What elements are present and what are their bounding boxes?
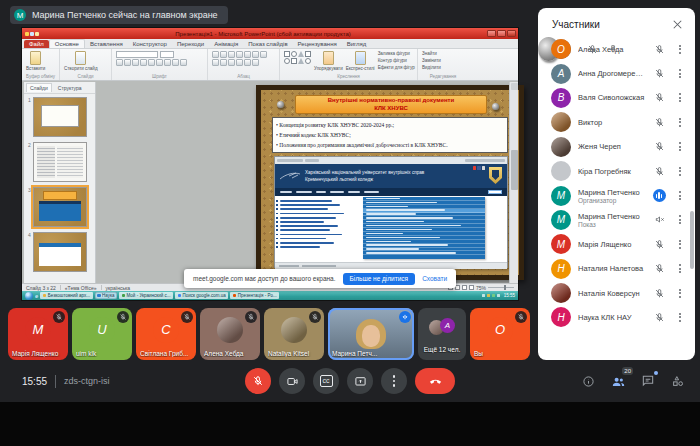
- ribbon-button[interactable]: [212, 59, 219, 66]
- video-tile[interactable]: Марина Петч...: [328, 308, 414, 360]
- participant-row[interactable]: М Марина Петченко Показ: [538, 208, 695, 232]
- system-tray[interactable]: 15:55: [482, 293, 515, 298]
- taskbar-button[interactable]: Поиск google.com.ua: [175, 292, 228, 299]
- find-button[interactable]: Знайти: [422, 51, 441, 58]
- participant-row[interactable]: М Марія Лященко: [538, 232, 695, 256]
- start-button[interactable]: [25, 292, 33, 300]
- more-options-button[interactable]: [381, 368, 407, 394]
- ribbon-button[interactable]: [260, 51, 267, 58]
- font-size-box[interactable]: [160, 51, 174, 58]
- ribbon-button[interactable]: [164, 59, 171, 66]
- video-tile[interactable]: А Ещё 12 чел.: [418, 308, 466, 360]
- panel-scrollbar[interactable]: [690, 211, 694, 269]
- video-tile[interactable]: О Вы: [470, 308, 530, 360]
- slide-canvas[interactable]: Внутрішні нормативно-правові документи К…: [256, 85, 524, 280]
- close-panel-button[interactable]: [671, 18, 683, 30]
- mic-toggle-button[interactable]: [245, 368, 271, 394]
- participant-row[interactable]: О Ольга Безручко (вы): [538, 37, 559, 61]
- slide-thumbnail[interactable]: 1: [24, 94, 95, 139]
- language-indicator[interactable]: українська: [106, 285, 131, 291]
- arrange-button[interactable]: Упорядкувати: [314, 66, 343, 71]
- ribbon-button[interactable]: [220, 51, 227, 58]
- site-link[interactable]: [280, 221, 324, 223]
- ribbon-button[interactable]: [132, 59, 139, 66]
- participant-row[interactable]: В Валя Сиволожская: [538, 86, 695, 110]
- font-buttons[interactable]: [116, 59, 187, 66]
- site-link[interactable]: [280, 246, 320, 248]
- ribbon-button[interactable]: [244, 51, 251, 58]
- more-options-icon[interactable]: [673, 310, 687, 324]
- more-options-icon[interactable]: [673, 213, 687, 227]
- ribbon-button[interactable]: [124, 59, 131, 66]
- slide-thumbnail[interactable]: 4: [24, 229, 95, 274]
- ribbon-button[interactable]: [172, 59, 179, 66]
- site-link[interactable]: [280, 238, 326, 240]
- ribbon-button[interactable]: [156, 59, 163, 66]
- ribbon-button[interactable]: [236, 51, 243, 58]
- video-tile[interactable]: Алена Хебда: [200, 308, 260, 360]
- ribbon-button[interactable]: [228, 59, 235, 66]
- ribbon-tab[interactable]: Рецензування: [293, 40, 342, 48]
- present-button[interactable]: [347, 368, 373, 394]
- more-options-icon[interactable]: [673, 189, 687, 203]
- vertical-scrollbar[interactable]: [509, 82, 518, 283]
- participant-row[interactable]: Н Наталия Налетова: [538, 257, 695, 281]
- captions-button[interactable]: cc: [313, 368, 339, 394]
- more-options-icon[interactable]: [673, 164, 687, 178]
- shapes-gallery[interactable]: [284, 51, 311, 64]
- taskbar-button[interactable]: Мой - Украинский с...: [119, 292, 173, 299]
- participant-row[interactable]: М Марина Петченко Организатор: [538, 183, 695, 207]
- ribbon-button[interactable]: [180, 59, 187, 66]
- paste-button[interactable]: Вставити: [26, 66, 45, 71]
- hide-share-bar-link[interactable]: Сховати: [422, 275, 447, 282]
- ribbon-button[interactable]: [236, 59, 243, 66]
- more-options-icon[interactable]: [673, 115, 687, 129]
- tab-slides[interactable]: Слайди: [26, 83, 52, 92]
- new-slide-button[interactable]: Створити слайд: [64, 66, 98, 71]
- more-options-icon[interactable]: [673, 140, 687, 154]
- more-options-icon[interactable]: [673, 67, 687, 81]
- taskbar-button[interactable]: Безкоштовний арх...: [40, 292, 92, 299]
- video-tile[interactable]: Nataliya Kitsel: [264, 308, 324, 360]
- participant-row[interactable]: Кіра Погребняк: [538, 159, 695, 183]
- chat-button[interactable]: [640, 373, 656, 389]
- site-link[interactable]: [280, 200, 332, 202]
- site-link[interactable]: [280, 204, 340, 206]
- ribbon-button[interactable]: [252, 59, 259, 66]
- video-tile[interactable]: С Світлана Гриб...: [136, 308, 196, 360]
- ribbon-tab[interactable]: Переходи: [172, 40, 209, 48]
- ribbon-tab[interactable]: Показ слайдів: [243, 40, 292, 48]
- activities-button[interactable]: [670, 373, 686, 389]
- list-buttons[interactable]: [212, 51, 267, 58]
- replace-button[interactable]: Замінити: [422, 58, 441, 65]
- participant-row[interactable]: Женя Череп: [538, 135, 695, 159]
- site-links[interactable]: [280, 200, 344, 248]
- dropdown-menu[interactable]: [363, 197, 485, 259]
- slide-thumbnail[interactable]: 3: [24, 184, 95, 229]
- shape-fill-button[interactable]: Заливка фігури: [378, 51, 415, 58]
- ribbon-button[interactable]: [252, 51, 259, 58]
- ribbon-button[interactable]: [228, 51, 235, 58]
- pin-icon[interactable]: [606, 42, 620, 56]
- participant-row[interactable]: А Анна Дрогомерецька: [538, 61, 695, 85]
- align-buttons[interactable]: [212, 59, 267, 66]
- ribbon-button[interactable]: [212, 51, 219, 58]
- more-options-icon[interactable]: [673, 262, 687, 276]
- ribbon-button[interactable]: [148, 59, 155, 66]
- ribbon-button[interactable]: [140, 59, 147, 66]
- leave-call-button[interactable]: [415, 368, 455, 394]
- dropdown-item[interactable]: [363, 251, 485, 255]
- taskbar-button[interactable]: Презентація - Po...: [230, 292, 279, 299]
- more-options-icon[interactable]: [673, 286, 687, 300]
- zoom-slider[interactable]: [488, 287, 514, 289]
- ribbon-button[interactable]: [116, 59, 123, 66]
- ribbon-tab[interactable]: Вигляд: [342, 40, 372, 48]
- font-name-box[interactable]: [116, 51, 158, 58]
- ribbon-tab[interactable]: Файл: [24, 40, 49, 48]
- site-nav[interactable]: [275, 188, 507, 196]
- window-controls[interactable]: [487, 30, 516, 37]
- paste-icon[interactable]: [30, 51, 41, 65]
- zoom-controls[interactable]: 75%: [448, 285, 514, 291]
- ribbon-tab[interactable]: Анімація: [209, 40, 243, 48]
- site-link[interactable]: [280, 213, 344, 215]
